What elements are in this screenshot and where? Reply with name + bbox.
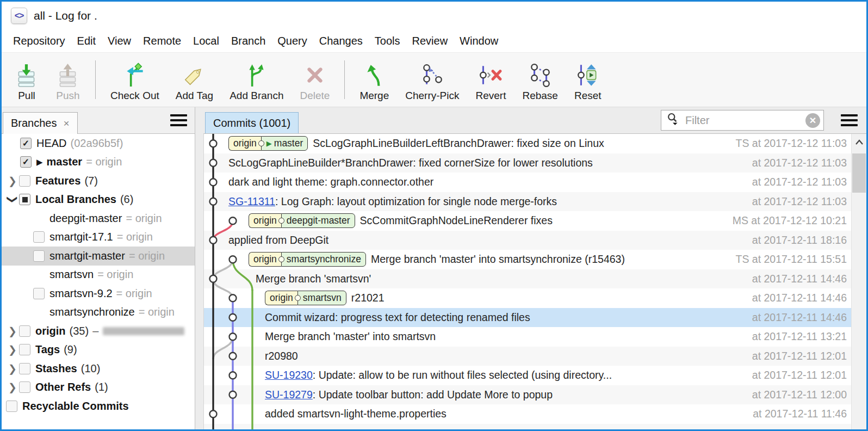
panel-splitter[interactable] [195, 107, 203, 429]
add-branch-button[interactable]: Add Branch [221, 53, 292, 107]
menu-tools[interactable]: Tools [369, 32, 406, 51]
pull-button[interactable]: Pull [6, 53, 47, 107]
commit-message: : Update toolbar button: add Update More… [313, 389, 553, 401]
toolbar-button-label: Merge [359, 90, 389, 102]
branch-checkbox[interactable] [33, 269, 45, 280]
branch-checkbox[interactable] [19, 381, 30, 393]
menu-query[interactable]: Query [271, 32, 313, 51]
branch-label-master[interactable]: origin▶master [228, 136, 308, 151]
commit-row[interactable]: origin▶masterScLogGraphLineBuilderLeftBr… [204, 134, 851, 153]
commit-row[interactable]: SU-19279: Update toolbar button: add Upd… [204, 385, 851, 405]
menu-changes[interactable]: Changes [313, 32, 369, 51]
scrollbar[interactable] [851, 134, 866, 429]
branch-row-master[interactable]: ▶master= origin [2, 153, 195, 172]
branch-checkbox[interactable] [19, 363, 30, 374]
branch-name: smartsvn-9.2 [49, 287, 113, 300]
tab-branches[interactable]: Branches × [3, 112, 78, 134]
branch-name: smartsynchronize [49, 306, 135, 318]
menu-window[interactable]: Window [454, 32, 504, 51]
commit-row[interactable]: origindeepgit-masterScCommitGraphNodeLin… [204, 211, 851, 231]
scrollbar-thumb[interactable] [852, 153, 866, 193]
issue-link[interactable]: SG-11311 [228, 195, 275, 208]
cherry-pick-button[interactable]: Cherry-Pick [397, 53, 467, 107]
chevron-collapsed-icon[interactable]: ❯ [6, 362, 19, 375]
branch-count: (10) [81, 362, 101, 375]
search-icon[interactable] [666, 112, 680, 128]
chevron-collapsed-icon[interactable]: ❯ [6, 381, 19, 393]
add-tag-button[interactable]: Add Tag [168, 53, 221, 107]
branch-row-other-refs[interactable]: ❯Other Refs(1) [2, 378, 195, 397]
branch-row-smartsvn-9.2[interactable]: smartsvn-9.2= origin [2, 284, 195, 303]
commit-row[interactable]: Merge branch 'smartsvn'at 2017-12-11 14:… [204, 269, 851, 289]
menu-view[interactable]: View [102, 32, 137, 51]
chevron-collapsed-icon[interactable]: ❯ [6, 325, 19, 337]
branch-checkbox[interactable] [33, 288, 45, 299]
branch-checkbox[interactable] [33, 250, 45, 262]
tab-commits[interactable]: Commits (1001) [205, 112, 299, 134]
add-tag-icon [182, 63, 207, 88]
commit-row[interactable]: SU-19230: Update: allow to be run withou… [204, 366, 851, 385]
branch-row-features[interactable]: ❯Features(7) [2, 171, 195, 190]
merge-button[interactable]: Merge [351, 53, 397, 107]
menu-branch[interactable]: Branch [225, 32, 271, 51]
commit-row[interactable]: dark and light theme: graph.connector.ot… [204, 173, 851, 192]
chevron-collapsed-icon[interactable]: ❯ [6, 343, 19, 356]
branch-checkbox[interactable] [20, 156, 32, 168]
branch-checkbox[interactable] [19, 325, 30, 337]
commit-row[interactable]: r20980at 2017-12-11 12:01 [204, 347, 851, 366]
commits-menu-icon[interactable] [841, 114, 858, 126]
commit-row[interactable]: Commit wizard: progress text for detecti… [204, 308, 851, 328]
issue-link[interactable]: SU-19279 [265, 389, 313, 401]
menu-edit[interactable]: Edit [71, 32, 102, 51]
branch-row-head[interactable]: HEAD(02a96b5f) [2, 134, 195, 153]
branch-checkbox[interactable] [19, 344, 30, 355]
commit-row[interactable]: SG-11311: Log Graph: layout optimization… [204, 192, 851, 212]
toolbar: PullPushCheck OutAdd TagAdd BranchDelete… [2, 53, 866, 107]
branch-checkbox[interactable] [6, 401, 17, 412]
menu-remote[interactable]: Remote [137, 32, 187, 51]
branch-row-smartgit-master[interactable]: smartgit-master= origin [2, 247, 195, 266]
branch-checkbox[interactable] [19, 175, 30, 187]
branch-label-smartsynchronize[interactable]: originsmartsynchronize [249, 252, 366, 267]
branch-checkbox[interactable] [33, 306, 45, 318]
clear-filter-icon[interactable]: ✕ [805, 113, 820, 128]
branch-label-smartsvn[interactable]: originsmartsvn [265, 291, 346, 305]
branch-row-deepgit-master[interactable]: deepgit-master= origin [2, 209, 195, 228]
branch-row-tags[interactable]: ❯Tags(9) [2, 341, 195, 360]
commit-row[interactable]: originsmartsynchronizeMerge branch 'mast… [204, 250, 851, 269]
chevron-expanded-icon[interactable]: ❯ [7, 193, 19, 206]
close-icon[interactable]: × [64, 118, 70, 130]
commit-row[interactable]: applied from DeepGitat 2017-12-11 18:16 [204, 231, 851, 250]
rebase-button[interactable]: Rebase [514, 53, 566, 107]
check-out-button[interactable]: Check Out [102, 53, 168, 107]
revert-button[interactable]: Revert [467, 53, 514, 107]
branch-row-stashes[interactable]: ❯Stashes(10) [2, 359, 195, 378]
branch-checkbox[interactable] [19, 194, 30, 205]
commit-row[interactable]: ScLogGraphLineBuilder*BranchDrawer: fixe… [204, 153, 851, 173]
menu-review[interactable]: Review [406, 32, 454, 51]
menu-bar: RepositoryEditViewRemoteLocalBranchQuery… [2, 30, 866, 53]
branch-checkbox[interactable] [20, 138, 32, 149]
branch-row-smartgit-17.1[interactable]: smartgit-17.1= origin [2, 228, 195, 247]
filter-input[interactable]: Filter ✕ [661, 110, 824, 131]
scroll-up-icon[interactable] [852, 134, 866, 150]
commit-row[interactable]: originsmartsvnr21021at 2017-12-11 14:46 [204, 288, 851, 308]
commit-row[interactable]: Merge branch 'master' into smartsvnat 20… [204, 327, 851, 347]
add-branch-icon [244, 63, 269, 88]
branch-checkbox[interactable] [33, 213, 45, 224]
commit-row[interactable]: added smartsvn-light-theme.propertiesat … [204, 404, 851, 424]
branch-checkbox[interactable] [33, 231, 45, 243]
issue-link[interactable]: SU-19230 [265, 369, 313, 381]
branch-name: smartgit-master [49, 250, 125, 262]
branches-menu-icon[interactable] [170, 114, 187, 126]
menu-local[interactable]: Local [187, 32, 225, 51]
branch-row-smartsynchronize[interactable]: smartsynchronize= origin [2, 303, 195, 322]
branch-row-local-branches[interactable]: ❯Local Branches(6) [2, 190, 195, 210]
branch-row-origin[interactable]: ❯origin(35)– [2, 322, 195, 341]
branch-row-smartsvn[interactable]: smartsvn= origin [2, 266, 195, 285]
reset-button[interactable]: Reset [566, 53, 610, 107]
chevron-collapsed-icon[interactable]: ❯ [6, 175, 19, 187]
branch-row-recyclable-commits[interactable]: Recyclable Commits [2, 397, 195, 416]
branch-label-deepgit-master[interactable]: origindeepgit-master [249, 213, 355, 228]
menu-repository[interactable]: Repository [7, 32, 71, 51]
